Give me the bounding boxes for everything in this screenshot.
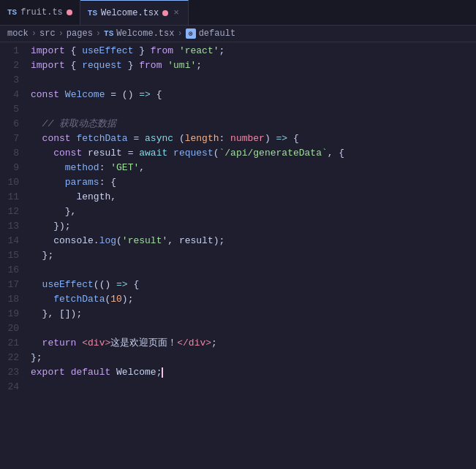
line-number-16: 16 — [0, 263, 31, 278]
sep3: › — [96, 28, 101, 39]
code-line-24: 24 — [0, 380, 476, 394]
line-number-22: 22 — [0, 351, 31, 365]
token-from-kw: from — [139, 60, 162, 71]
token-punc: ); — [122, 294, 134, 305]
editor: 1import { useEffect } from 'react';2impo… — [0, 42, 476, 465]
token-punc: ; — [156, 367, 162, 378]
sep1: › — [31, 28, 37, 39]
line-content-8: const result = await request(`/api/gener… — [31, 146, 476, 161]
code-line-18: 18 fetchData(10); — [0, 292, 476, 307]
token-punc: (() — [94, 279, 116, 290]
token-kw: import — [31, 60, 65, 71]
line-number-15: 15 — [0, 248, 31, 263]
line-number-9: 9 — [0, 161, 31, 175]
token-kw: import — [31, 45, 65, 56]
token-fn: fetchData — [76, 133, 127, 144]
token-punc — [65, 367, 71, 378]
code-line-5: 5 — [0, 102, 476, 117]
token-punc: ; — [219, 45, 224, 56]
tab-fruit-label: fruit.ts — [20, 7, 63, 18]
breadcrumb-symbol: default — [199, 28, 235, 39]
token-prop: method — [65, 162, 99, 173]
code-line-8: 8 const result = await request(`/api/gen… — [0, 146, 476, 161]
token-punc — [173, 45, 179, 56]
token-fn: fetchData — [53, 294, 105, 305]
code-line-7: 7 const fetchData = async (length: numbe… — [0, 131, 476, 146]
breadcrumb-mock: mock — [7, 28, 29, 39]
line-number-5: 5 — [0, 102, 31, 117]
token-punc: : { — [99, 177, 116, 188]
token-var: length — [76, 191, 110, 202]
token-punc — [31, 148, 53, 159]
token-kw: const — [31, 89, 59, 100]
token-var: Welcome — [116, 367, 156, 378]
code-line-12: 12 }, — [0, 205, 476, 219]
line-content-6: // 获取动态数据 — [31, 117, 476, 131]
line-number-17: 17 — [0, 278, 31, 292]
tab-welcome-close[interactable]: × — [172, 7, 181, 18]
line-content-22: }; — [31, 351, 476, 365]
token-tag: <div> — [82, 338, 110, 348]
token-punc — [31, 308, 42, 319]
token-str: 'result' — [122, 235, 167, 246]
line-content-18: fetchData(10); — [31, 292, 476, 307]
token-punc — [31, 206, 65, 217]
line-number-7: 7 — [0, 131, 31, 146]
ts-icon-welcome: TS — [88, 9, 97, 18]
token-punc — [82, 148, 88, 159]
tab-welcome[interactable]: TS Welcome.tsx × — [80, 0, 189, 25]
token-punc — [31, 191, 76, 202]
token-param: length — [185, 133, 219, 144]
cursor — [162, 367, 163, 378]
line-number-8: 8 — [0, 146, 31, 161]
token-punc — [59, 89, 65, 100]
token-punc: = — [128, 133, 145, 144]
line-number-14: 14 — [0, 234, 31, 248]
code-line-13: 13 }); — [0, 219, 476, 234]
token-str: 'react' — [179, 45, 219, 56]
token-num: 10 — [110, 294, 122, 305]
breadcrumb: mock › src › pages › TS Welcome.tsx › ⊙ … — [0, 26, 476, 42]
token-punc — [31, 221, 53, 232]
token-punc: : — [219, 133, 231, 144]
breadcrumb-ts-icon: TS — [104, 29, 113, 38]
code-line-19: 19 }, []); — [0, 307, 476, 321]
token-str: 'GET' — [110, 162, 139, 173]
breadcrumb-pages: pages — [67, 28, 93, 39]
line-content-21: return <div>这是欢迎页面！</div>; — [31, 336, 476, 351]
token-punc: = () — [105, 89, 139, 100]
tab-fruit-modified — [67, 9, 72, 15]
code-line-10: 10 params: { — [0, 175, 476, 190]
token-punc: }); — [53, 221, 70, 232]
token-var: result — [88, 148, 122, 159]
token-punc — [31, 177, 65, 188]
token-str: 'umi' — [167, 60, 196, 71]
token-arrow: => — [276, 133, 288, 144]
token-punc: ( — [214, 148, 219, 159]
code-line-4: 4const Welcome = () => { — [0, 88, 476, 102]
token-punc — [110, 367, 116, 378]
breadcrumb-symbol-icon: ⊙ — [186, 28, 196, 39]
line-content-17: useEffect(() => { — [31, 278, 476, 292]
token-punc: . — [94, 235, 99, 246]
token-tagtext: 这是欢迎页面！ — [110, 338, 177, 348]
token-kw: export — [31, 367, 65, 378]
line-number-6: 6 — [0, 117, 31, 131]
token-punc — [31, 235, 53, 246]
line-number-13: 13 — [0, 219, 31, 234]
line-content-23: export default Welcome; — [31, 365, 476, 380]
tab-fruit[interactable]: TS fruit.ts — [0, 0, 80, 25]
line-number-24: 24 — [0, 380, 31, 394]
token-from-kw: from — [151, 45, 173, 56]
token-punc: { — [65, 45, 82, 56]
token-punc: ( — [173, 133, 185, 144]
token-punc: , — [139, 162, 145, 173]
token-kw2: await — [139, 148, 167, 159]
token-arrow: => — [139, 89, 151, 100]
token-comment: // 获取动态数据 — [42, 118, 116, 129]
token-var: console — [53, 235, 94, 246]
line-content-11: length, — [31, 190, 476, 205]
token-punc: ; — [196, 60, 202, 71]
breadcrumb-filename: Welcome.tsx — [116, 28, 174, 39]
line-number-20: 20 — [0, 321, 31, 336]
